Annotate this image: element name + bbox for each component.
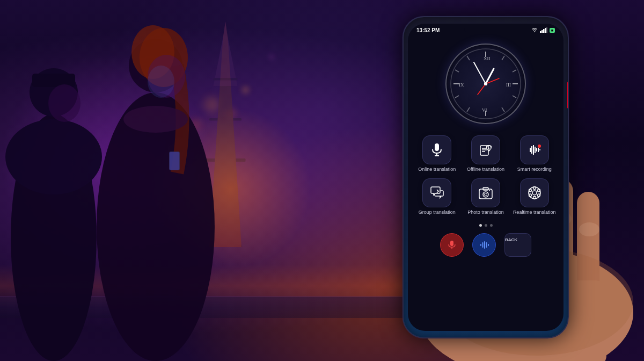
svg-point-85 bbox=[489, 190, 490, 191]
svg-point-15 bbox=[123, 106, 188, 133]
offline-translation-icon-bg[interactable] bbox=[471, 135, 500, 164]
svg-line-44 bbox=[513, 96, 516, 98]
offline-translation-label: Offline translation bbox=[467, 167, 504, 173]
online-translation-icon-bg[interactable] bbox=[422, 135, 451, 164]
svg-rect-8 bbox=[32, 74, 75, 87]
svg-text:VI: VI bbox=[482, 107, 487, 113]
camera-icon bbox=[478, 185, 493, 200]
svg-rect-97 bbox=[482, 242, 484, 248]
svg-point-92 bbox=[529, 194, 531, 197]
svg-line-57 bbox=[474, 62, 486, 84]
svg-line-48 bbox=[455, 96, 459, 98]
page-indicator bbox=[408, 224, 564, 227]
svg-point-89 bbox=[537, 189, 540, 192]
svg-line-47 bbox=[467, 107, 470, 112]
svg-point-88 bbox=[533, 186, 536, 189]
svg-text:XII: XII bbox=[484, 56, 491, 61]
phone-screen: 13:52 PM bbox=[408, 24, 564, 331]
phone-side-button[interactable] bbox=[567, 82, 569, 109]
svg-rect-33 bbox=[540, 31, 541, 33]
svg-point-80 bbox=[538, 145, 541, 148]
svg-point-31 bbox=[579, 222, 599, 236]
clock-face: XII III VI IX bbox=[445, 44, 526, 124]
svg-rect-34 bbox=[541, 30, 543, 33]
app-offline-translation[interactable]: Offline translation bbox=[464, 135, 508, 173]
smart-recording-icon-bg[interactable] bbox=[520, 135, 549, 164]
svg-line-50 bbox=[455, 70, 459, 72]
mic-button-red[interactable] bbox=[440, 233, 464, 257]
phone-notch bbox=[464, 24, 507, 34]
chat-bubbles-icon bbox=[429, 185, 444, 200]
svg-line-59 bbox=[478, 84, 486, 95]
photo-translation-icon-bg[interactable] bbox=[471, 178, 500, 207]
svg-point-93 bbox=[529, 189, 531, 192]
svg-rect-61 bbox=[435, 143, 439, 151]
svg-rect-36 bbox=[545, 28, 546, 33]
microphone-icon bbox=[429, 142, 444, 157]
photo-translation-label: Photo translation bbox=[467, 210, 504, 216]
svg-text:IX: IX bbox=[459, 82, 464, 88]
mic-button-blue[interactable] bbox=[472, 233, 496, 257]
signal-icon bbox=[540, 27, 547, 33]
bokeh-light bbox=[268, 54, 275, 60]
svg-line-41 bbox=[502, 56, 504, 60]
svg-rect-94 bbox=[450, 241, 453, 246]
clock-svg: XII III VI IX bbox=[448, 46, 523, 121]
svg-rect-99 bbox=[486, 242, 487, 248]
battery-icon: ■ bbox=[550, 28, 555, 33]
svg-point-87 bbox=[532, 191, 537, 195]
back-label: BACK bbox=[505, 237, 517, 242]
svg-line-42 bbox=[513, 70, 516, 72]
online-translation-label: Online translation bbox=[418, 167, 456, 173]
page-dot bbox=[490, 224, 493, 227]
realtime-translation-icon-bg[interactable] bbox=[520, 178, 549, 207]
back-button[interactable]: BACK bbox=[504, 233, 531, 257]
bottom-navigation: BACK bbox=[408, 229, 564, 261]
cloud-download-icon bbox=[478, 142, 493, 157]
svg-rect-98 bbox=[484, 241, 485, 249]
svg-text:III: III bbox=[506, 82, 511, 88]
svg-point-17 bbox=[148, 66, 174, 98]
status-time: 13:52 PM bbox=[416, 27, 440, 33]
recording-icon bbox=[527, 142, 542, 157]
smart-recording-label: Smart recording bbox=[517, 167, 552, 173]
mic-red-icon bbox=[447, 240, 457, 250]
svg-point-90 bbox=[537, 194, 540, 197]
mic-blue-icon bbox=[479, 240, 489, 250]
clock-widget: XII III VI IX bbox=[443, 41, 529, 127]
page-dot bbox=[485, 224, 487, 227]
svg-rect-19 bbox=[170, 152, 179, 170]
svg-point-83 bbox=[483, 192, 488, 197]
app-realtime-translation[interactable]: Realtime translation bbox=[513, 178, 556, 216]
svg-point-91 bbox=[533, 196, 536, 199]
wifi-icon bbox=[531, 27, 538, 33]
app-grid: Online translation bbox=[408, 131, 564, 220]
film-reel-icon bbox=[527, 185, 542, 200]
svg-line-51 bbox=[467, 56, 470, 60]
person-center-silhouette bbox=[70, 12, 252, 361]
svg-rect-35 bbox=[543, 29, 545, 33]
app-smart-recording[interactable]: Smart recording bbox=[513, 135, 556, 173]
page-dot-active bbox=[479, 224, 482, 227]
svg-point-32 bbox=[534, 31, 535, 32]
status-icons: ■ bbox=[531, 27, 555, 33]
phone-device: 13:52 PM bbox=[402, 16, 569, 338]
app-online-translation[interactable]: Online translation bbox=[415, 135, 459, 173]
app-photo-translation[interactable]: Photo translation bbox=[464, 178, 508, 216]
svg-rect-96 bbox=[480, 244, 481, 246]
phone-body: 13:52 PM bbox=[402, 16, 569, 338]
svg-point-60 bbox=[484, 82, 487, 85]
svg-line-56 bbox=[486, 69, 494, 84]
app-group-translation[interactable]: Group translation bbox=[415, 178, 459, 216]
group-translation-icon-bg[interactable] bbox=[422, 178, 451, 207]
svg-point-84 bbox=[484, 193, 487, 196]
realtime-translation-label: Realtime translation bbox=[513, 210, 556, 216]
svg-rect-37 bbox=[546, 27, 547, 33]
group-translation-label: Group translation bbox=[419, 210, 456, 216]
svg-rect-100 bbox=[488, 244, 489, 246]
svg-line-45 bbox=[502, 107, 504, 112]
